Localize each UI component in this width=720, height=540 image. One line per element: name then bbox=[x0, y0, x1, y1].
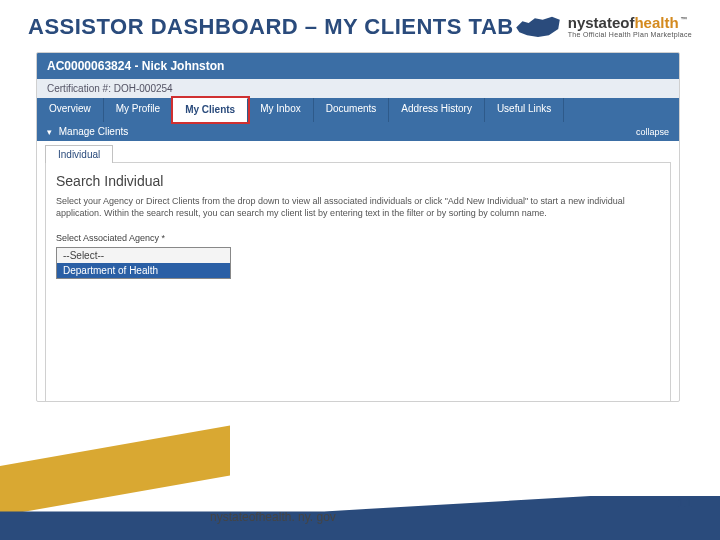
dropdown-option-doh[interactable]: Department of Health bbox=[57, 263, 230, 278]
tab-my-clients[interactable]: My Clients bbox=[173, 98, 248, 122]
logo-text: nystateofhealth™ bbox=[568, 14, 692, 31]
footer-blue-shape bbox=[0, 496, 720, 540]
logo-brand-b: health bbox=[634, 14, 678, 31]
chevron-down-icon: ▾ bbox=[47, 127, 52, 137]
agency-dropdown[interactable]: --Select-- Department of Health bbox=[56, 247, 231, 279]
tm-mark: ™ bbox=[681, 16, 688, 23]
brand-logo: nystateofhealth™ The Official Health Pla… bbox=[514, 12, 692, 40]
tab-my-profile[interactable]: My Profile bbox=[104, 98, 173, 122]
account-bar: AC0000063824 - Nick Johnston bbox=[37, 53, 679, 79]
tab-my-inbox[interactable]: My Inbox bbox=[248, 98, 314, 122]
agency-field-label: Select Associated Agency * bbox=[56, 233, 660, 243]
tab-overview[interactable]: Overview bbox=[37, 98, 104, 122]
search-description: Select your Agency or Direct Clients fro… bbox=[56, 195, 660, 219]
nav-tabs: Overview My Profile My Clients My Inbox … bbox=[37, 98, 679, 122]
footer-gold-shape bbox=[0, 425, 230, 516]
nys-icon bbox=[514, 12, 562, 40]
search-panel: Search Individual Select your Agency or … bbox=[45, 162, 671, 402]
tab-documents[interactable]: Documents bbox=[314, 98, 390, 122]
footer-url: nystateofhealth. ny. gov bbox=[210, 510, 336, 524]
collapse-link[interactable]: collapse bbox=[636, 127, 669, 137]
dropdown-placeholder[interactable]: --Select-- bbox=[57, 248, 230, 263]
logo-brand-a: nystateof bbox=[568, 14, 635, 31]
search-heading: Search Individual bbox=[56, 173, 660, 189]
manage-clients-bar[interactable]: ▾ Manage Clients collapse bbox=[37, 122, 679, 141]
page-number: 11 bbox=[678, 495, 692, 510]
certification-bar: Certification #: DOH-000254 bbox=[37, 79, 679, 98]
tab-useful-links[interactable]: Useful Links bbox=[485, 98, 564, 122]
manage-title: Manage Clients bbox=[59, 126, 128, 137]
cert-value: DOH-000254 bbox=[114, 83, 173, 94]
tab-address-history[interactable]: Address History bbox=[389, 98, 485, 122]
cert-label: Certification #: bbox=[47, 83, 111, 94]
dashboard-screenshot: AC0000063824 - Nick Johnston Certificati… bbox=[36, 52, 680, 402]
logo-tagline: The Official Health Plan Marketplace bbox=[568, 31, 692, 38]
subtab-individual[interactable]: Individual bbox=[45, 145, 113, 163]
